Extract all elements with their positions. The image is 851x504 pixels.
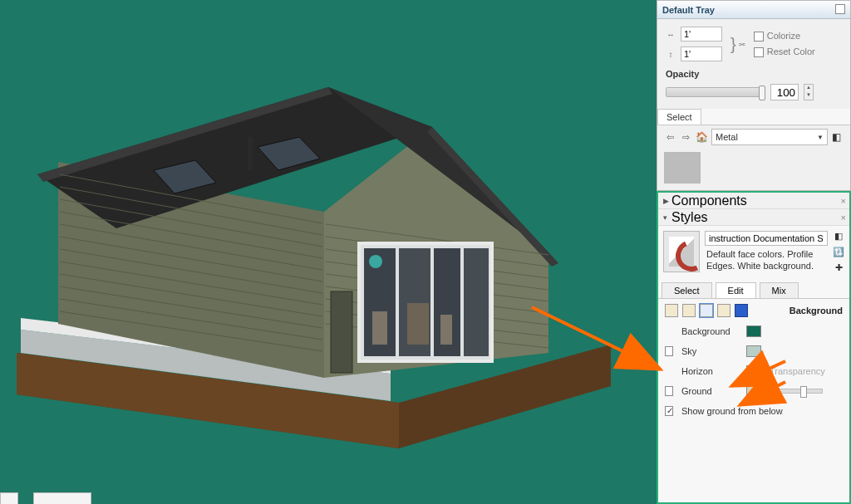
ground-color-swatch[interactable] <box>746 385 761 397</box>
default-tray: Default Tray ↔ ↕ } ⫘ Colorize Reset Colo… <box>657 0 851 191</box>
style-thumbnail[interactable] <box>663 231 700 272</box>
tab-edit[interactable]: Edit <box>716 282 756 298</box>
3d-viewport[interactable] <box>0 0 657 504</box>
dim-height-input[interactable] <box>681 46 722 61</box>
bottom-stub[interactable] <box>0 492 18 504</box>
styles-accordion[interactable]: ▾ Styles × <box>658 209 849 226</box>
watermark-settings-icon[interactable] <box>717 304 730 317</box>
ground-transparency-slider[interactable] <box>770 389 823 394</box>
reset-color-option[interactable]: Reset Color <box>754 46 815 57</box>
horizon-row: Horizon Transparency <box>665 364 843 379</box>
dim-height-icon: ↕ <box>666 50 676 59</box>
new-style-icon[interactable]: ✚ <box>835 262 843 273</box>
svg-rect-42 <box>440 315 452 345</box>
tab-mix[interactable]: Mix <box>760 282 799 298</box>
svg-rect-34 <box>248 137 253 170</box>
details-icon[interactable]: ◧ <box>832 131 844 143</box>
face-settings-icon[interactable] <box>682 304 696 317</box>
chevron-down-icon: ▾ <box>663 213 671 222</box>
transparency-label: Transparency <box>770 366 825 376</box>
materials-tab-row: Select <box>657 109 850 125</box>
material-collection-select[interactable]: Metal ▼ <box>711 129 828 145</box>
tab-select[interactable]: Select <box>662 282 712 298</box>
dim-width-icon: ↔ <box>666 30 676 39</box>
opacity-slider[interactable] <box>666 87 765 97</box>
link-icon[interactable]: ⫘ <box>738 40 745 48</box>
modeling-settings-icon[interactable] <box>735 304 748 317</box>
tab-select-materials[interactable]: Select <box>657 109 701 125</box>
chevron-down-icon: ▼ <box>817 134 824 141</box>
chevron-right-icon: ▶ <box>663 197 671 205</box>
ground-row: Ground <box>665 384 843 399</box>
opacity-label: Opacity <box>657 64 850 82</box>
colorize-option[interactable]: Colorize <box>754 31 815 42</box>
sky-checkbox[interactable] <box>665 346 673 356</box>
style-description: Default face colors. Profile Edges. Whit… <box>705 247 828 274</box>
close-icon[interactable]: × <box>841 213 846 223</box>
tray-title-text: Default Tray <box>662 5 715 15</box>
refresh-style-icon[interactable]: 🔃 <box>833 247 844 257</box>
home-icon[interactable]: 🏠 <box>696 131 707 143</box>
sky-row: Sky <box>665 344 843 359</box>
show-ground-below-row: Show ground from below <box>665 404 843 418</box>
nav-fwd-icon[interactable]: ⇨ <box>680 132 691 143</box>
background-row: Background <box>665 324 843 339</box>
close-icon[interactable]: × <box>841 196 846 206</box>
sky-color-swatch[interactable] <box>746 345 761 357</box>
background-settings-icon[interactable] <box>700 304 713 317</box>
components-accordion[interactable]: ▶ Components × <box>658 193 849 209</box>
styles-tray: ▶ Components × ▾ Styles × Default face c… <box>657 191 851 504</box>
link-brace-icon: } <box>730 38 736 50</box>
section-title: Background <box>790 306 843 316</box>
svg-point-43 <box>369 255 382 268</box>
svg-rect-39 <box>464 248 489 356</box>
background-color-swatch[interactable] <box>746 325 761 337</box>
bottom-tab-bar <box>0 486 657 504</box>
show-ground-below-checkbox[interactable] <box>665 406 673 416</box>
svg-rect-41 <box>407 303 429 345</box>
edge-settings-icon[interactable] <box>665 304 678 317</box>
dim-width-input[interactable] <box>681 27 722 42</box>
house-model <box>0 37 632 502</box>
horizon-color-swatch[interactable] <box>746 365 761 377</box>
material-collection-value: Metal <box>716 132 738 142</box>
tray-titlebar[interactable]: Default Tray <box>657 1 850 19</box>
svg-rect-44 <box>331 291 352 373</box>
bottom-tab[interactable] <box>33 492 91 504</box>
opacity-spinner[interactable]: ▲▼ <box>804 84 814 100</box>
nav-back-icon[interactable]: ⇦ <box>664 132 676 143</box>
svg-rect-40 <box>372 311 387 345</box>
pin-icon[interactable] <box>835 4 845 14</box>
update-style-icon[interactable]: ◧ <box>834 231 843 242</box>
opacity-value-input[interactable] <box>770 84 799 100</box>
material-swatch[interactable] <box>664 152 701 183</box>
ground-checkbox[interactable] <box>665 386 673 396</box>
style-name-input[interactable] <box>705 231 828 246</box>
